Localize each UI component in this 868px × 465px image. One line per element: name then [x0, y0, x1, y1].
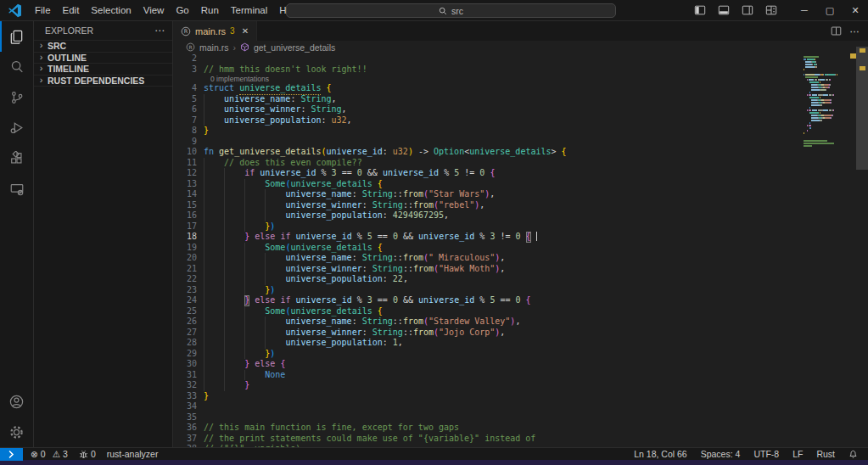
- code-line-33[interactable]: 33}: [173, 391, 868, 402]
- cursor-position-status[interactable]: Ln 18, Col 66: [634, 449, 686, 459]
- menu-run[interactable]: Run: [195, 3, 225, 18]
- code-line-2[interactable]: 2: [173, 53, 868, 64]
- code-line-21[interactable]: 21 universe_winner: String::from("Hawk M…: [173, 264, 868, 275]
- code-line-34[interactable]: 34: [173, 401, 868, 412]
- code-line-14[interactable]: 14 universe_name: String::from("Star War…: [173, 189, 868, 200]
- activity-bar: [0, 21, 34, 447]
- editor-area: R main.rs 3 ✕ ⋯ R main.rs › get_universe…: [173, 21, 868, 447]
- language-mode-status[interactable]: Rust: [816, 449, 835, 459]
- tab-main-rs[interactable]: R main.rs 3 ✕: [173, 21, 257, 41]
- line-number: 30: [173, 359, 204, 370]
- code-lines: 23// hmm this doesn't look right!!0 impl…: [173, 53, 868, 447]
- scrollbar-thumb[interactable]: [856, 47, 868, 170]
- line-number: 23: [173, 285, 204, 296]
- breadcrumb-file[interactable]: main.rs: [199, 42, 228, 53]
- line-number: 24: [173, 295, 204, 306]
- encoding-status[interactable]: UTF-8: [753, 449, 779, 459]
- code-line-12[interactable]: 12 if universe_id % 3 == 0 && universe_i…: [173, 168, 868, 179]
- search-sidebar-icon[interactable]: [0, 52, 33, 82]
- problems-status[interactable]: ⊗ 0 ⚠ 3: [31, 449, 68, 459]
- extensions-icon[interactable]: [0, 143, 33, 174]
- minimap[interactable]: [804, 53, 856, 148]
- code-line-25[interactable]: 25 Some(universe_details {: [173, 306, 868, 317]
- code-line-9[interactable]: 9: [173, 137, 868, 148]
- customize-layout-button[interactable]: [759, 0, 783, 20]
- menu-file[interactable]: File: [29, 3, 57, 18]
- codelens[interactable]: 0 implementations: [173, 75, 868, 83]
- svg-text:R: R: [188, 45, 192, 50]
- notifications-bell-icon[interactable]: [848, 450, 858, 459]
- code-line-4[interactable]: 4struct universe_details {: [173, 83, 868, 94]
- code-line-15[interactable]: 15 universe_winner: String::from("rebel"…: [173, 200, 868, 211]
- code-line-29[interactable]: 29 }): [173, 349, 868, 360]
- editor-more-actions-icon[interactable]: ⋯: [850, 25, 860, 37]
- code-editor[interactable]: 23// hmm this doesn't look right!!0 impl…: [173, 53, 868, 447]
- code-line-16[interactable]: 16 universe_population: 4294967295,: [173, 210, 868, 221]
- sidebar-section-src[interactable]: › SRC: [34, 40, 172, 52]
- code-line-18[interactable]: 18 } else if universe_id % 5 == 0 && uni…: [173, 232, 868, 243]
- code-line-24[interactable]: 24 } else if universe_id % 3 == 0 && uni…: [173, 295, 868, 306]
- command-center-search[interactable]: src: [286, 3, 616, 18]
- code-line-35[interactable]: 35: [173, 412, 868, 423]
- language-server-status[interactable]: rust-analyzer: [107, 449, 159, 459]
- code-line-26[interactable]: 26 universe_name: String::from("Stardew …: [173, 317, 868, 328]
- code-line-37[interactable]: 37// the print statements could make use…: [173, 434, 868, 445]
- sidebar-section-rust-dependencies[interactable]: › RUST DEPENDENCIES: [34, 75, 172, 87]
- sidebar-section-outline[interactable]: › OUTLINE: [34, 52, 172, 64]
- code-line-19[interactable]: 19 Some(universe_details {: [173, 243, 868, 254]
- minimize-button[interactable]: ─: [792, 0, 817, 20]
- code-line-28[interactable]: 28 universe_population: 1,: [173, 338, 868, 349]
- menu-view[interactable]: View: [137, 3, 171, 18]
- maximize-button[interactable]: ▢: [817, 0, 843, 20]
- check-status[interactable]: 0: [79, 449, 96, 459]
- settings-gear-icon[interactable]: [0, 417, 33, 447]
- source-control-icon[interactable]: [0, 82, 33, 113]
- code-line-27[interactable]: 27 universe_winner: String::from("Jojo C…: [173, 328, 868, 339]
- editor-scrollbar[interactable]: [856, 47, 868, 447]
- code-line-20[interactable]: 20 universe_name: String::from(" Miracul…: [173, 253, 868, 264]
- code-line-30[interactable]: 30 } else {: [173, 359, 868, 370]
- error-icon: ⊗: [31, 449, 38, 459]
- explorer-icon[interactable]: [0, 21, 33, 52]
- line-number: 38: [173, 444, 204, 447]
- code-line-13[interactable]: 13 Some(universe_details {: [173, 179, 868, 190]
- tab-problems-badge: 3: [230, 26, 235, 36]
- line-number: 20: [173, 253, 204, 264]
- code-line-6[interactable]: 6 universe_winner: String,: [173, 104, 868, 115]
- code-line-38[interactable]: 38// ("{}", variable): [173, 444, 868, 447]
- toggle-primary-sidebar-button[interactable]: [688, 0, 712, 20]
- sidebar-section-timeline[interactable]: › TIMELINE: [34, 63, 172, 75]
- code-line-32[interactable]: 32 }: [173, 380, 868, 391]
- code-line-31[interactable]: 31 None: [173, 370, 868, 381]
- menu-terminal[interactable]: Terminal: [225, 3, 273, 18]
- code-line-17[interactable]: 17 }): [173, 221, 868, 232]
- code-line-36[interactable]: 36// this main function is fine, except …: [173, 423, 868, 434]
- eol-status[interactable]: LF: [792, 449, 803, 459]
- code-line-7[interactable]: 7 universe_population: u32,: [173, 115, 868, 126]
- menu-edit[interactable]: Edit: [57, 3, 86, 18]
- close-window-button[interactable]: ✕: [843, 0, 868, 20]
- run-debug-icon[interactable]: [0, 113, 33, 143]
- remote-explorer-icon[interactable]: [0, 174, 33, 204]
- toggle-secondary-sidebar-button[interactable]: [736, 0, 759, 20]
- line-number: 12: [173, 168, 204, 179]
- remote-indicator[interactable]: [0, 448, 23, 461]
- tab-close-icon[interactable]: ✕: [242, 26, 249, 36]
- line-number: 35: [173, 412, 204, 423]
- split-editor-icon[interactable]: [831, 25, 842, 36]
- menu-go[interactable]: Go: [170, 3, 194, 18]
- line-number: 26: [173, 317, 204, 328]
- code-line-11[interactable]: 11 // does this even compile??: [173, 158, 868, 169]
- toggle-panel-button[interactable]: [712, 0, 736, 20]
- code-line-5[interactable]: 5 universe_name: String,: [173, 94, 868, 105]
- code-line-10[interactable]: 10fn get_universe_details(universe_id: u…: [173, 147, 868, 158]
- breadcrumb-symbol[interactable]: get_universe_details: [254, 42, 335, 53]
- accounts-icon[interactable]: [0, 386, 33, 417]
- code-line-23[interactable]: 23 }): [173, 285, 868, 296]
- code-line-8[interactable]: 8}: [173, 126, 868, 137]
- code-line-3[interactable]: 3// hmm this doesn't look right!!: [173, 64, 868, 76]
- sidebar-more-actions[interactable]: ⋯: [154, 25, 165, 36]
- code-line-22[interactable]: 22 universe_population: 22,: [173, 274, 868, 285]
- menu-selection[interactable]: Selection: [85, 3, 137, 18]
- indentation-status[interactable]: Spaces: 4: [701, 449, 741, 459]
